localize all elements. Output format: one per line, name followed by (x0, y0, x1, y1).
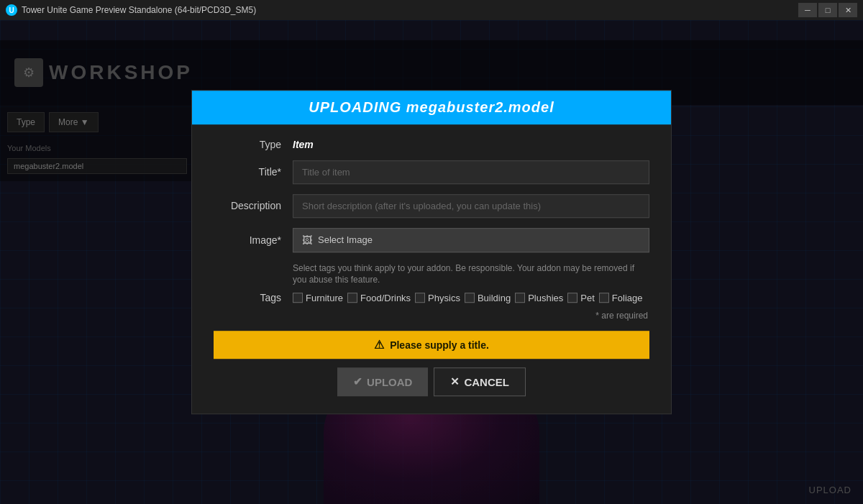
tag-checkbox-visual-physics (415, 293, 425, 303)
tags-list: FurnitureFood/DrinksPhysicsBuildingPlush… (293, 293, 642, 303)
description-label: Description (214, 200, 293, 211)
upload-modal: UPLOADING megabuster2.model Type Item Ti… (191, 90, 672, 415)
tag-label-building: Building (478, 293, 511, 303)
tag-item-food_drinks[interactable]: Food/Drinks (347, 293, 411, 303)
tag-item-building[interactable]: Building (465, 293, 511, 303)
window-controls: ─ □ ✕ (798, 3, 857, 17)
modal-body: Type Item Title* Description Image* 🖼 Se… (192, 124, 671, 414)
image-label: Image* (214, 234, 293, 246)
tag-checkbox-visual-food_drinks (347, 293, 357, 303)
cancel-button[interactable]: ✕ CANCEL (434, 367, 526, 396)
upload-button[interactable]: ✔ UPLOAD (337, 367, 428, 396)
x-icon: ✕ (450, 375, 460, 388)
tag-item-pet[interactable]: Pet (567, 293, 595, 303)
warning-icon: ⚠ (374, 338, 384, 352)
tag-label-plushies: Plushies (528, 293, 563, 303)
minimize-button[interactable]: ─ (798, 3, 817, 17)
tags-description: Select tags you think apply to your addo… (293, 262, 649, 287)
checkmark-icon: ✔ (353, 375, 362, 388)
tag-label-furniture: Furniture (306, 293, 343, 303)
image-selector-text: Select Image (318, 234, 373, 245)
tags-row: Tags FurnitureFood/DrinksPhysicsBuilding… (214, 292, 649, 303)
warning-text: Please supply a title. (390, 339, 489, 351)
app-icon: U (6, 4, 17, 16)
tag-label-food_drinks: Food/Drinks (360, 293, 411, 303)
image-row: Image* 🖼 Select Image (214, 228, 649, 252)
tag-checkbox-visual-plushies (515, 293, 525, 303)
close-button[interactable]: ✕ (839, 3, 857, 17)
title-bar: U Tower Unite Game Preview Standalone (6… (0, 0, 863, 20)
title-label: Title* (214, 166, 293, 178)
cancel-button-label: CANCEL (464, 376, 509, 388)
required-note: * are required (214, 311, 649, 321)
image-selector-button[interactable]: 🖼 Select Image (293, 228, 649, 252)
title-row: Title* (214, 160, 649, 184)
tag-checkbox-visual-foliage (599, 293, 609, 303)
tag-item-furniture[interactable]: Furniture (293, 293, 343, 303)
description-input[interactable] (293, 194, 649, 218)
type-row: Type Item (214, 139, 649, 150)
title-input[interactable] (293, 160, 649, 184)
tags-section: Select tags you think apply to your addo… (214, 262, 649, 304)
tag-item-plushies[interactable]: Plushies (515, 293, 563, 303)
maximize-button[interactable]: □ (818, 3, 837, 17)
upload-button-label: UPLOAD (367, 376, 412, 388)
description-row: Description (214, 194, 649, 218)
warning-banner: ⚠ Please supply a title. (214, 331, 649, 359)
tag-item-foliage[interactable]: Foliage (599, 293, 643, 303)
tag-label-pet: Pet (580, 293, 595, 303)
tag-checkbox-visual-building (465, 293, 475, 303)
tag-item-physics[interactable]: Physics (415, 293, 460, 303)
action-buttons: ✔ UPLOAD ✕ CANCEL (214, 367, 649, 396)
image-file-icon: 🖼 (302, 234, 312, 246)
type-value: Item (293, 139, 314, 150)
tag-checkbox-visual-furniture (293, 293, 303, 303)
title-bar-left: U Tower Unite Game Preview Standalone (6… (6, 4, 256, 16)
tag-label-foliage: Foliage (612, 293, 643, 303)
tag-label-physics: Physics (428, 293, 460, 303)
window-title: Tower Unite Game Preview Standalone (64-… (22, 5, 256, 15)
modal-header: UPLOADING megabuster2.model (192, 91, 671, 124)
tag-checkbox-visual-pet (567, 293, 577, 303)
type-label: Type (214, 139, 293, 150)
modal-title: UPLOADING megabuster2.model (206, 99, 657, 116)
tags-label: Tags (214, 292, 293, 303)
